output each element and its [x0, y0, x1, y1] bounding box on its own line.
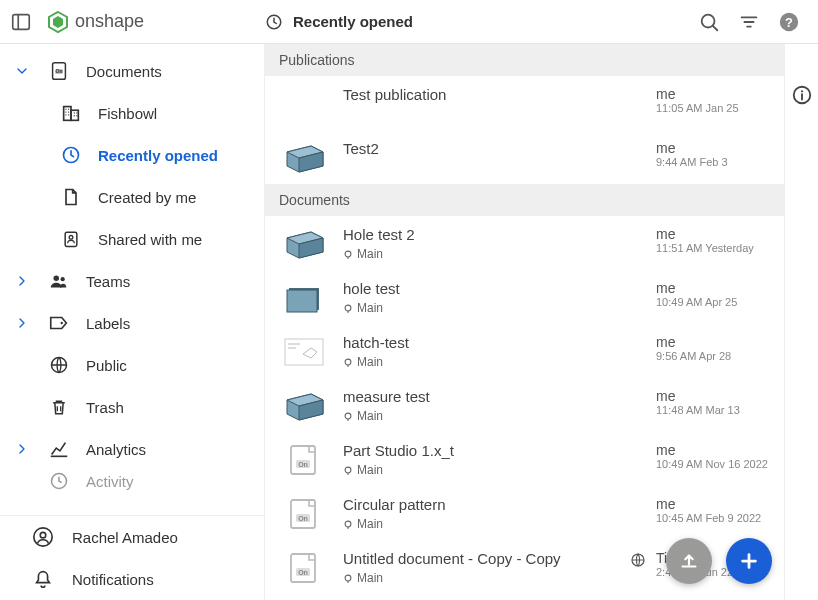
- building-icon: [58, 102, 84, 124]
- pin-icon: [343, 411, 353, 421]
- sidebar-item-trash[interactable]: Trash: [0, 386, 264, 428]
- page-title-group: Recently opened: [265, 13, 413, 31]
- row-time: 11:48 AM Mar 13: [656, 404, 740, 416]
- upload-button[interactable]: [666, 538, 712, 584]
- app-logo[interactable]: onshape: [46, 10, 144, 34]
- tag-icon: [46, 312, 72, 334]
- globe-icon: [46, 355, 72, 375]
- thumbnail: [279, 388, 329, 424]
- user-name: Rachel Amadeo: [72, 529, 178, 546]
- bell-icon: [30, 568, 56, 590]
- row-meta: me 10:49 AM Nov 16 2022: [630, 440, 770, 470]
- thumbnail: [279, 226, 329, 262]
- row-title: measure test: [343, 388, 616, 405]
- row-owner: me: [656, 442, 768, 458]
- pin-icon: [343, 303, 353, 313]
- row-owner: me: [656, 496, 761, 512]
- row-time: 10:49 AM Nov 16 2022: [656, 458, 768, 470]
- list-item[interactable]: hole test Main me 10:49 AM Apr 25: [265, 270, 784, 324]
- row-title: hatch-test: [343, 334, 616, 351]
- list-item[interactable]: measure test Main me 11:48 AM Mar 13: [265, 378, 784, 432]
- team-icon: [46, 270, 72, 292]
- list-item[interactable]: Part Studio 1.x_t Main me 10:49 AM Nov 1…: [265, 432, 784, 486]
- globe-icon: [630, 550, 648, 572]
- page-title: Recently opened: [293, 13, 413, 30]
- list-item[interactable]: Circular pattern Main me 10:45 AM Feb 9 …: [265, 486, 784, 540]
- row-title: Test publication: [343, 86, 616, 103]
- row-branch: Main: [343, 355, 616, 369]
- info-icon[interactable]: [791, 84, 813, 106]
- chevron-right-icon: [12, 315, 32, 331]
- clock-icon: [58, 145, 84, 165]
- sidebar-item-label: Shared with me: [98, 231, 202, 248]
- sidebar-item-activity[interactable]: Activity: [0, 470, 264, 492]
- main-content: Publications Test publication me 11:05 A…: [265, 44, 818, 600]
- chevron-right-icon: [12, 441, 32, 457]
- sidebar-item-label: Trash: [86, 399, 124, 416]
- row-branch: Main: [343, 409, 616, 423]
- panel-toggle-icon[interactable]: [10, 11, 32, 33]
- topbar: onshape Recently opened: [0, 0, 818, 44]
- sidebar-user[interactable]: Rachel Amadeo: [0, 516, 264, 558]
- shared-icon: [58, 229, 84, 249]
- row-owner: me: [656, 226, 754, 242]
- sidebar-item-analytics[interactable]: Analytics: [0, 428, 264, 470]
- create-button[interactable]: [726, 538, 772, 584]
- sidebar-notifications[interactable]: Notifications: [0, 558, 264, 600]
- sidebar-item-created-by-me[interactable]: Created by me: [0, 176, 264, 218]
- list-item[interactable]: Bevel Gear Assembly-and-Valve Main 10:42…: [265, 594, 784, 600]
- activity-icon: [46, 471, 72, 491]
- row-owner: me: [656, 280, 737, 296]
- filter-icon[interactable]: [738, 11, 760, 33]
- row-meta: me 9:56 AM Apr 28: [630, 332, 770, 362]
- row-meta: me 10:45 AM Feb 9 2022: [630, 494, 770, 524]
- sidebar-item-label: Activity: [86, 473, 134, 490]
- document-icon: [46, 60, 72, 82]
- sidebar-item-label: Analytics: [86, 441, 146, 458]
- row-owner: me: [656, 86, 739, 102]
- analytics-icon: [46, 438, 72, 460]
- row-meta: me 11:48 AM Mar 13: [630, 386, 770, 416]
- thumbnail: [279, 442, 329, 478]
- sidebar-item-fishbowl[interactable]: Fishbowl: [0, 92, 264, 134]
- row-meta: me 10:49 AM Apr 25: [630, 278, 770, 308]
- thumbnail: [279, 334, 329, 370]
- row-title: Part Studio 1.x_t: [343, 442, 616, 459]
- row-branch: Main: [343, 463, 616, 477]
- document-list[interactable]: Publications Test publication me 11:05 A…: [265, 44, 818, 600]
- row-title: Circular pattern: [343, 496, 616, 513]
- help-icon[interactable]: [778, 11, 800, 33]
- pin-icon: [343, 573, 353, 583]
- list-item[interactable]: hatch-test Main me 9:56 AM Apr 28: [265, 324, 784, 378]
- sidebar-item-recently-opened[interactable]: Recently opened: [0, 134, 264, 176]
- row-branch: Main: [343, 517, 616, 531]
- search-icon[interactable]: [698, 11, 720, 33]
- trash-icon: [46, 397, 72, 417]
- row-time: 11:05 AM Jan 25: [656, 102, 739, 114]
- list-item[interactable]: Test publication me 11:05 AM Jan 25: [265, 76, 784, 130]
- row-time: 9:56 AM Apr 28: [656, 350, 731, 362]
- thumbnail: [279, 86, 329, 122]
- sidebar-item-label: Teams: [86, 273, 130, 290]
- section-header-documents: Documents: [265, 184, 784, 216]
- row-owner: me: [656, 140, 728, 156]
- list-item[interactable]: Hole test 2 Main me 11:51 AM Yesterday: [265, 216, 784, 270]
- pin-icon: [343, 519, 353, 529]
- row-branch: Main: [343, 247, 616, 261]
- clock-icon: [265, 13, 283, 31]
- sidebar-item-teams[interactable]: Teams: [0, 260, 264, 302]
- sidebar-item-label: Public: [86, 357, 127, 374]
- sidebar-item-label: Labels: [86, 315, 130, 332]
- app-name: onshape: [75, 11, 144, 32]
- row-title: hole test: [343, 280, 616, 297]
- sidebar-item-public[interactable]: Public: [0, 344, 264, 386]
- sidebar-item-labels[interactable]: Labels: [0, 302, 264, 344]
- list-item[interactable]: Test2 me 9:44 AM Feb 3: [265, 130, 784, 184]
- sidebar-item-shared-with-me[interactable]: Shared with me: [0, 218, 264, 260]
- thumbnail: [279, 140, 329, 176]
- sidebar-item-documents[interactable]: Documents: [0, 50, 264, 92]
- user-icon: [30, 526, 56, 548]
- thumbnail: [279, 280, 329, 316]
- row-branch: Main: [343, 301, 616, 315]
- pin-icon: [343, 465, 353, 475]
